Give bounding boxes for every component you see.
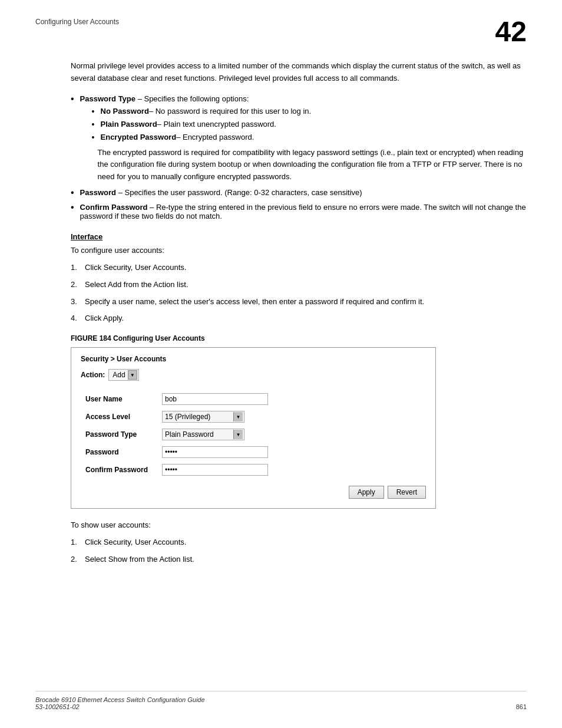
desc-password: – Specifies the user password. (Range: 0…	[116, 188, 362, 197]
sub-list-password-type: No Password – No password is required fo…	[80, 107, 527, 142]
show-step-2: 2. Select Show from the Action list.	[71, 554, 527, 566]
figure-box: Security > User Accounts Action: Add ▼ U…	[71, 347, 436, 509]
step-4-num: 4.	[71, 312, 85, 325]
step-3-text: Specify a user name, select the user's a…	[85, 296, 424, 308]
interface-intro: To configure user accounts:	[71, 246, 527, 255]
content-area: Normal privilege level provides access t…	[71, 60, 527, 566]
sub-item-encrypted-password: Encrypted Password – Encrypted password.	[80, 133, 527, 142]
intro-paragraph: Normal privilege level provides access t…	[71, 60, 527, 85]
figure-section: FIGURE 184 Configuring User Accounts Sec…	[71, 334, 527, 509]
desc-confirm-password: – Re-type the string entered in the prev…	[80, 203, 526, 220]
desc-password-type: – Specifies the following options:	[135, 94, 249, 103]
sub-item-no-password: No Password – No password is required fo…	[80, 107, 527, 116]
input-confirm-password[interactable]	[162, 464, 268, 476]
form-row-password-field: Password	[81, 443, 426, 461]
step-1-text: Click Security, User Accounts.	[85, 262, 186, 274]
step-1-num: 1.	[71, 262, 85, 274]
term-no-password: No Password	[101, 107, 149, 116]
password-type-value: Plain Password	[164, 430, 233, 439]
form-row-password-type: Password Type Plain Password ▼	[81, 426, 426, 443]
interface-steps: 1. Click Security, User Accounts. 2. Sel…	[71, 262, 527, 325]
term-plain-password: Plain Password	[101, 120, 157, 129]
show-step-2-num: 2.	[71, 554, 85, 566]
access-level-arrow[interactable]: ▼	[233, 412, 243, 421]
form-table: User Name Access Level 15 (Privileged)	[81, 390, 426, 479]
show-steps: 1. Click Security, User Accounts. 2. Sel…	[71, 536, 527, 566]
desc-plain-password: – Plain text unencrypted password.	[157, 120, 276, 129]
desc-no-password: – No password is required for this user …	[149, 107, 311, 116]
action-label: Action:	[81, 371, 105, 379]
page-footer: Brocade 6910 Ethernet Access Switch Conf…	[35, 691, 527, 710]
action-select-arrow[interactable]: ▼	[128, 370, 137, 380]
step-3-num: 3.	[71, 296, 85, 308]
encrypted-note: The encrypted password is required for c…	[98, 147, 527, 183]
action-select[interactable]: Add ▼	[108, 369, 138, 381]
revert-button[interactable]: Revert	[388, 486, 426, 499]
footer-left: Brocade 6910 Ethernet Access Switch Conf…	[35, 696, 205, 710]
label-access-level: Access Level	[81, 408, 157, 426]
page-number: 42	[495, 18, 527, 46]
select-access-level[interactable]: 15 (Privileged) ▼	[162, 411, 244, 423]
apply-button[interactable]: Apply	[349, 486, 384, 499]
label-password-type-field: Password Type	[81, 426, 157, 443]
action-select-value: Add	[110, 370, 127, 380]
figure-box-title: Security > User Accounts	[81, 355, 426, 363]
label-confirm-password-field: Confirm Password	[81, 461, 157, 479]
step-4-text: Click Apply.	[85, 312, 124, 325]
show-step-1-text: Click Security, User Accounts.	[85, 536, 186, 549]
footer-page-number: 861	[516, 703, 527, 710]
step-2-num: 2.	[71, 279, 85, 291]
list-item-password-type: Password Type – Specifies the following …	[71, 94, 527, 183]
show-section: To show user accounts: 1. Click Security…	[71, 521, 527, 566]
label-username: User Name	[81, 390, 157, 408]
sub-item-plain-password: Plain Password – Plain text unencrypted …	[80, 120, 527, 129]
footer-guide-title: Brocade 6910 Ethernet Access Switch Conf…	[35, 696, 205, 703]
show-step-2-text: Select Show from the Action list.	[85, 554, 194, 566]
list-item-confirm-password: Confirm Password – Re-type the string en…	[71, 203, 527, 220]
access-level-value: 15 (Privileged)	[164, 412, 233, 421]
step-2: 2. Select Add from the Action list.	[71, 279, 527, 291]
action-row: Action: Add ▼	[81, 369, 426, 381]
footer-doc-number: 53-1002651-02	[35, 703, 80, 710]
form-row-username: User Name	[81, 390, 426, 408]
form-row-confirm-password-field: Confirm Password	[81, 461, 426, 479]
term-confirm-password: Confirm Password	[80, 203, 148, 212]
password-type-arrow[interactable]: ▼	[233, 430, 243, 439]
step-3: 3. Specify a user name, select the user'…	[71, 296, 527, 308]
select-password-type[interactable]: Plain Password ▼	[162, 429, 244, 440]
show-intro: To show user accounts:	[71, 521, 527, 529]
page-header: Configuring User Accounts 42	[35, 18, 527, 46]
interface-section: Interface To configure user accounts: 1.…	[71, 232, 527, 325]
show-step-1: 1. Click Security, User Accounts.	[71, 536, 527, 549]
input-password[interactable]	[162, 446, 268, 458]
desc-encrypted-password: – Encrypted password.	[176, 133, 254, 141]
show-step-1-num: 1.	[71, 536, 85, 549]
term-encrypted-password: Encrypted Password	[101, 133, 177, 141]
figure-caption: FIGURE 184 Configuring User Accounts	[71, 334, 527, 342]
button-row: Apply Revert	[81, 486, 426, 499]
label-password-field: Password	[81, 443, 157, 461]
list-item-password: Password – Specifies the user password. …	[71, 188, 527, 198]
input-username[interactable]	[162, 393, 268, 405]
step-1: 1. Click Security, User Accounts.	[71, 262, 527, 274]
step-2-text: Select Add from the Action list.	[85, 279, 189, 291]
form-row-access-level: Access Level 15 (Privileged) ▼	[81, 408, 426, 426]
step-4: 4. Click Apply.	[71, 312, 527, 325]
term-password-type: Password Type	[80, 94, 135, 103]
term-password: Password	[80, 188, 116, 197]
main-bullet-list: Password Type – Specifies the following …	[71, 94, 527, 220]
interface-heading: Interface	[71, 232, 527, 241]
chapter-title: Configuring User Accounts	[35, 18, 119, 26]
